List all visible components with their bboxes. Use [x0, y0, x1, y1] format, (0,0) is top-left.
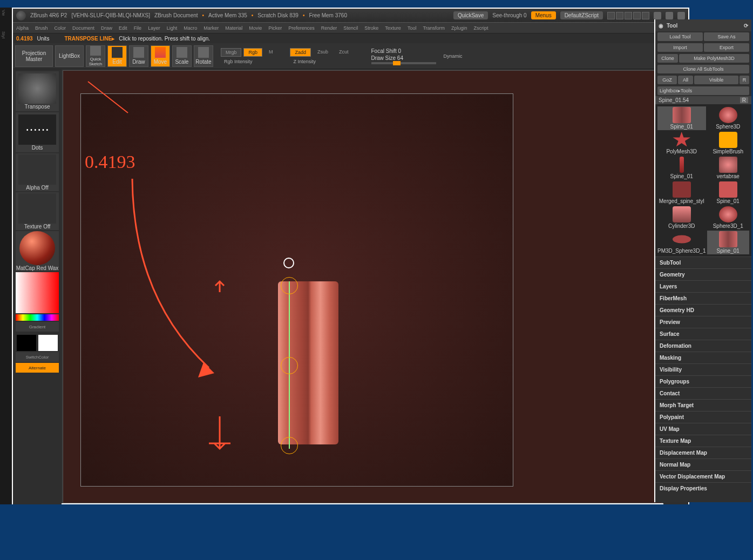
menu-file[interactable]: File: [134, 25, 142, 31]
alternate-button[interactable]: Alternate: [16, 363, 59, 373]
tool-item-5[interactable]: vertabrae: [707, 156, 750, 180]
switch-color[interactable]: SwitchColor: [16, 352, 59, 362]
menu-brush[interactable]: Brush: [35, 25, 48, 31]
menu-render[interactable]: Render: [321, 25, 337, 31]
layout-icon-3[interactable]: [625, 12, 632, 19]
section-layers[interactable]: Layers: [655, 280, 751, 292]
tool-item-3[interactable]: SimpleBrush: [707, 131, 750, 155]
menu-macro[interactable]: Macro: [184, 25, 197, 31]
goz-r-button[interactable]: R: [740, 76, 749, 84]
section-texture-map[interactable]: Texture Map: [655, 435, 751, 447]
section-polypaint[interactable]: Polypaint: [655, 411, 751, 423]
menu-marker[interactable]: Marker: [203, 25, 219, 31]
make-polymesh-button[interactable]: Make PolyMesh3D: [679, 54, 749, 63]
menu-zplugin[interactable]: Zplugin: [451, 25, 467, 31]
section-masking[interactable]: Masking: [655, 352, 751, 363]
tool-item-2[interactable]: PolyMesh3D: [657, 131, 706, 155]
color-picker[interactable]: [16, 272, 59, 313]
section-uv-map[interactable]: UV Map: [655, 423, 751, 435]
layout-icon-2[interactable]: [616, 12, 623, 19]
dynamic-label[interactable]: Dynamic: [444, 53, 463, 59]
layout-icon-1[interactable]: [607, 12, 615, 19]
section-deformation[interactable]: Deformation: [655, 340, 751, 352]
zadd-chip[interactable]: Zadd: [290, 48, 311, 57]
menu-edit[interactable]: Edit: [119, 25, 127, 31]
section-geometry[interactable]: Geometry: [655, 268, 751, 280]
section-fibermesh[interactable]: FiberMesh: [655, 292, 751, 304]
section-surface[interactable]: Surface: [655, 328, 751, 340]
move-button[interactable]: Move: [151, 45, 170, 67]
stroke-dots[interactable]: ⋯⋯Dots: [16, 112, 59, 152]
lightbox-tools[interactable]: Lightbox▸Tools: [657, 86, 749, 95]
projection-master[interactable]: Projection Master: [15, 45, 53, 67]
quicksave-button[interactable]: QuickSave: [453, 11, 488, 19]
zcut-chip[interactable]: Zcut: [335, 48, 353, 57]
menu-light[interactable]: Light: [167, 25, 178, 31]
tool-item-7[interactable]: Spine_01: [707, 181, 750, 205]
section-normal-map[interactable]: Normal Map: [655, 458, 751, 470]
see-through[interactable]: See-through 0: [492, 12, 526, 18]
section-geometry-hd[interactable]: Geometry HD: [655, 304, 751, 316]
goz-all-button[interactable]: All: [678, 76, 693, 84]
section-displacement-map[interactable]: Displacement Map: [655, 447, 751, 458]
zsub-chip[interactable]: Zsub: [313, 48, 333, 57]
transpose-handle-bot[interactable]: [281, 437, 298, 454]
tool-item-6[interactable]: Merged_spine_styl: [657, 181, 706, 205]
tool-item-9[interactable]: Sphere3D_1: [707, 206, 750, 230]
section-preview[interactable]: Preview: [655, 316, 751, 328]
material-slot[interactable]: MatCap Red Wax: [16, 231, 59, 271]
tool-item-4[interactable]: Spine_01: [657, 156, 706, 180]
edit-button[interactable]: Edit: [107, 45, 127, 67]
menu-preferences[interactable]: Preferences: [288, 25, 315, 31]
menu-color[interactable]: Color: [55, 25, 66, 31]
swatch-white[interactable]: [38, 335, 58, 351]
section-polygroups[interactable]: Polygroups: [655, 375, 751, 387]
export-button[interactable]: Export: [704, 43, 749, 52]
menu-draw[interactable]: Draw: [101, 25, 112, 31]
layout-icon-5[interactable]: [642, 12, 649, 19]
load-tool-button[interactable]: Load Tool: [657, 32, 703, 41]
alpha-off[interactable]: Alpha Off: [16, 153, 59, 191]
import-button[interactable]: Import: [657, 43, 703, 52]
tool-item-10[interactable]: PM3D_Sphere3D_1: [657, 231, 706, 254]
draw-button[interactable]: Draw: [129, 45, 148, 67]
goz-button[interactable]: GoZ: [657, 76, 677, 84]
section-contact[interactable]: Contact: [655, 387, 751, 399]
tool-item-1[interactable]: Sphere3D: [707, 106, 750, 130]
menu-tool[interactable]: Tool: [408, 25, 417, 31]
tool-item-8[interactable]: Cylinder3D: [657, 206, 706, 230]
hue-strip[interactable]: [16, 314, 59, 321]
goz-visible-button[interactable]: Visible: [694, 76, 738, 84]
menu-stencil[interactable]: Stencil: [343, 25, 358, 31]
rotate-button[interactable]: Rotate: [194, 45, 213, 67]
menu-document[interactable]: Document: [72, 25, 94, 31]
quicksketch-button[interactable]: Quick Sketch: [86, 45, 105, 67]
draw-size-slider[interactable]: [371, 62, 436, 64]
mrgb-chip[interactable]: Mrgb: [221, 48, 242, 57]
swatch-black[interactable]: [17, 335, 36, 351]
brush-transpose[interactable]: Transpose: [16, 71, 59, 111]
tool-item-11[interactable]: Spine_01: [707, 231, 750, 254]
clone-all-button[interactable]: Clone All SubTools: [657, 65, 749, 73]
menu-material[interactable]: Material: [225, 25, 242, 31]
default-zscript[interactable]: DefaultZScript: [560, 11, 603, 19]
save-as-button[interactable]: Save As: [704, 32, 749, 41]
menu-texture[interactable]: Texture: [385, 25, 401, 31]
gradient-label[interactable]: Gradient: [16, 322, 59, 332]
scale-button[interactable]: Scale: [172, 45, 192, 67]
menus-button[interactable]: Menus: [531, 11, 556, 19]
minimize-button[interactable]: [654, 12, 661, 19]
layout-icon-4[interactable]: [633, 12, 641, 19]
section-display-properties[interactable]: Display Properties: [655, 482, 751, 494]
menu-transform[interactable]: Transform: [423, 25, 445, 31]
transpose-handle-top[interactable]: [281, 277, 298, 294]
tool-item-0[interactable]: Spine_01: [657, 106, 706, 130]
section-morph-target[interactable]: Morph Target: [655, 399, 751, 411]
canvas-viewport[interactable]: 0.4193: [63, 70, 662, 503]
lightbox-button[interactable]: LightBox: [55, 45, 84, 67]
texture-off[interactable]: Texture Off: [16, 192, 59, 230]
close-button[interactable]: [677, 12, 685, 19]
m-chip[interactable]: M: [264, 48, 277, 57]
menu-zscript[interactable]: Zscript: [474, 25, 489, 31]
rgb-chip[interactable]: Rgb: [243, 48, 262, 57]
